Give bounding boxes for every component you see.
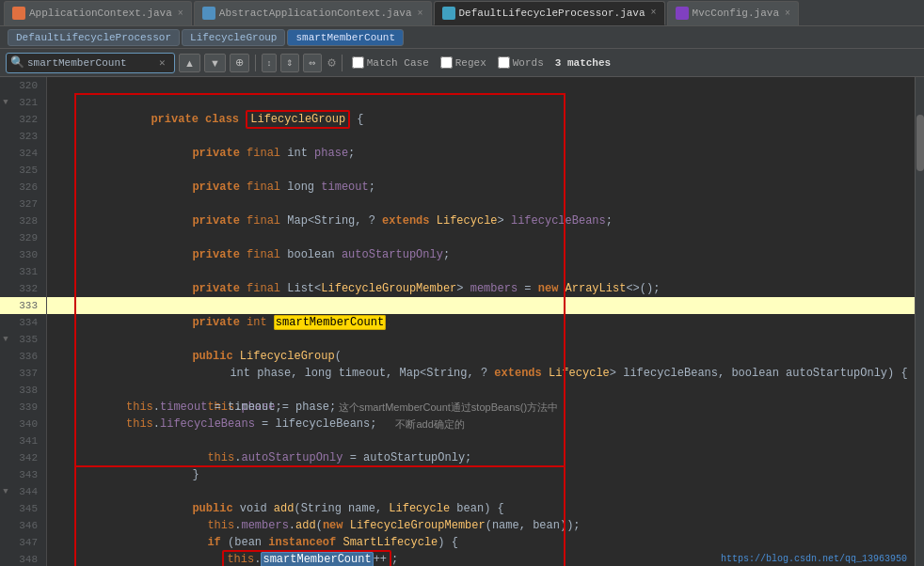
code-content[interactable]: private class LifecycleGroup { private f…: [47, 77, 915, 566]
tab-application-context[interactable]: ApplicationContext.java ×: [4, 1, 192, 25]
close-icon[interactable]: ×: [785, 8, 790, 19]
close-icon[interactable]: ×: [417, 8, 422, 19]
breadcrumb-smart-member-count[interactable]: smartMemberCount: [287, 29, 404, 46]
search-next-button[interactable]: ▼: [204, 54, 226, 72]
tab-label: DefaultLifecycleProcessor.java: [459, 8, 645, 19]
code-line-338: this.phase = phase;: [47, 382, 915, 399]
code-line-344: public void add(String name, Lifecycle b…: [47, 483, 915, 500]
separator: [255, 55, 256, 71]
breadcrumb-lifecycle-group[interactable]: LifecycleGroup: [182, 29, 285, 46]
match-case-checkbox[interactable]: [352, 56, 364, 69]
regex-checkbox[interactable]: [440, 56, 453, 69]
java-file-icon: [676, 7, 689, 20]
code-line-347: this.smartMemberCount++;: [47, 534, 915, 551]
search-replace-button[interactable]: ↕: [262, 54, 278, 72]
fold-indicator: ▼: [0, 335, 11, 344]
breadcrumb-bar: DefaultLifecycleProcessor LifecycleGroup…: [0, 26, 924, 49]
match-case-option[interactable]: Match Case: [348, 56, 433, 69]
search-find-usages-button[interactable]: ⊕: [230, 54, 249, 72]
words-checkbox[interactable]: [498, 56, 510, 69]
code-line-325: private final long timeout;: [47, 162, 915, 179]
search-bar: 🔍 ✕ ▲ ▼ ⊕ ↕ ⇕ ⇔ ⚙ Match Case Regex Words…: [0, 49, 924, 77]
tab-label: AbstractApplicationContext.java: [219, 8, 412, 19]
tab-default-lifecycle-processor[interactable]: DefaultLifecycleProcessor.java ×: [434, 1, 665, 25]
search-settings-icon[interactable]: ⚙: [327, 55, 335, 71]
clear-search-icon[interactable]: ✕: [159, 56, 166, 69]
code-line-337: [47, 365, 915, 382]
code-lines: private class LifecycleGroup { private f…: [47, 77, 915, 566]
scrollbar-thumb[interactable]: [916, 115, 924, 171]
search-input[interactable]: [27, 57, 159, 69]
code-line-324: [47, 145, 915, 162]
annotation-text: 这个smartMemberCount通过stopBeans()方法中: [339, 399, 559, 416]
editor-area: 320 ▼321 322 323 324 325 326 327 328 329…: [0, 77, 924, 566]
code-line-336: int phase, long timeout, Map<String, ? e…: [47, 348, 915, 365]
line-gutter: 320 ▼321 322 323 324 325 326 327 328 329…: [0, 77, 47, 566]
java-file-icon: [442, 7, 455, 20]
code-line-346: if (bean instanceof SmartLifecycle) {: [47, 517, 915, 534]
code-line-323: private final int phase;: [47, 128, 915, 145]
words-label: Words: [513, 57, 544, 69]
fold-indicator: ▼: [0, 487, 11, 496]
code-line-334: [47, 314, 915, 331]
code-line-331: private final List<LifecycleGroupMember>…: [47, 263, 915, 280]
line-numbers: 320 ▼321 322 323 324 325 326 327 328 329…: [0, 77, 46, 566]
search-replace-regex-button[interactable]: ⇔: [303, 54, 322, 72]
java-file-icon: [202, 7, 215, 20]
bottom-link[interactable]: https://blog.csdn.net/qq_13963950: [721, 554, 907, 564]
close-icon[interactable]: ×: [178, 8, 183, 19]
code-line-321: private class LifecycleGroup {: [47, 94, 915, 111]
code-line-328: [47, 212, 915, 229]
fold-indicator: ▼: [0, 98, 11, 107]
search-icon: 🔍: [10, 55, 24, 70]
app-container: ApplicationContext.java × AbstractApplic…: [0, 0, 924, 566]
editor-wrapper: private class LifecycleGroup { private f…: [47, 77, 915, 566]
java-file-icon: [12, 7, 25, 20]
code-line-326: [47, 179, 915, 196]
separator2: [342, 55, 343, 71]
code-line-333: private int smartMemberCount;: [47, 297, 915, 314]
breadcrumb-default-lifecycle[interactable]: DefaultLifecycleProcessor: [8, 29, 180, 46]
tab-mvc-config[interactable]: MvcConfig.java ×: [667, 1, 799, 25]
code-line-332: [47, 280, 915, 297]
words-option[interactable]: Words: [494, 56, 548, 69]
search-prev-button[interactable]: ▲: [179, 54, 200, 72]
code-line-343: [47, 466, 915, 483]
code-line-340: this.lifecycleBeans = lifecycleBeans; 不断…: [47, 416, 915, 432]
search-matches-count: 3 matches: [555, 57, 611, 69]
match-case-label: Match Case: [367, 57, 429, 69]
search-replace-all-button[interactable]: ⇕: [280, 54, 299, 72]
regex-option[interactable]: Regex: [437, 56, 490, 69]
code-line-339: this.timeout = timeout; 这个smartMemberCou…: [47, 399, 915, 416]
code-line-345: this.members.add(new LifecycleGroupMembe…: [47, 500, 915, 517]
tab-bar: ApplicationContext.java × AbstractApplic…: [0, 0, 924, 26]
code-line-342: }: [47, 449, 915, 466]
annotation-text-2: 不断add确定的: [395, 416, 464, 432]
regex-label: Regex: [455, 57, 486, 69]
code-line-327: private final Map<String, ? extends Life…: [47, 196, 915, 212]
code-line-330: [47, 246, 915, 263]
tab-label: MvcConfig.java: [693, 8, 779, 19]
code-line-341: this.autoStartupOnly = autoStartupOnly;: [47, 432, 915, 449]
close-icon[interactable]: ×: [651, 8, 657, 18]
tab-label: ApplicationContext.java: [29, 8, 172, 19]
tab-abstract-application-context[interactable]: AbstractApplicationContext.java ×: [194, 1, 432, 25]
code-line-320: [47, 77, 915, 94]
code-line-335: public LifecycleGroup(: [47, 331, 915, 348]
code-line-329: private final boolean autoStartupOnly;: [47, 229, 915, 246]
vertical-scrollbar[interactable]: [915, 77, 924, 566]
search-input-wrapper: 🔍 ✕: [6, 53, 175, 73]
